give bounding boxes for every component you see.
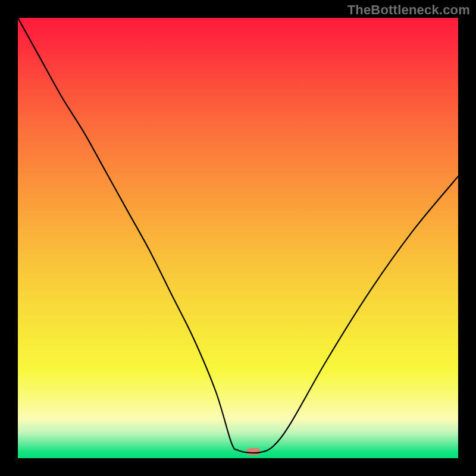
bottleneck-curve xyxy=(18,18,458,458)
chart-frame: TheBottleneck.com xyxy=(0,0,476,476)
watermark-text: TheBottleneck.com xyxy=(347,2,470,18)
plot-area xyxy=(18,18,458,458)
